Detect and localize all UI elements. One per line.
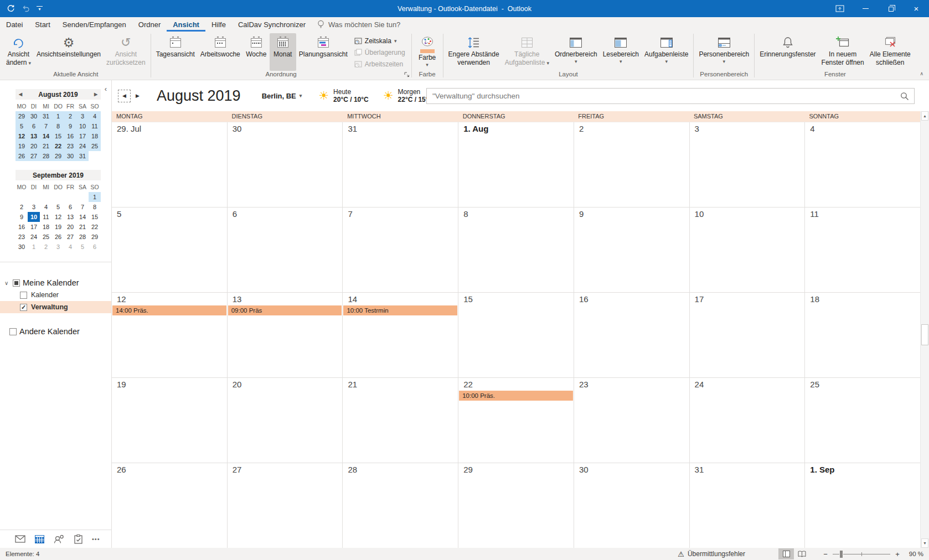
calendar-group-label[interactable]: Andere Kalender	[19, 327, 80, 336]
mini-day[interactable]: 2	[64, 111, 76, 121]
mini-day[interactable]: 21	[40, 141, 52, 151]
day-cell[interactable]: 4	[805, 122, 920, 207]
undo-icon[interactable]	[22, 4, 30, 13]
mini-day[interactable]: 9	[64, 121, 76, 131]
mini-day[interactable]: 22	[52, 141, 64, 151]
day-cell[interactable]: 31	[343, 122, 458, 207]
calendar-item-label[interactable]: Verwaltung	[31, 303, 68, 311]
day-cell[interactable]: 27	[228, 463, 343, 548]
day-cell[interactable]: 9	[574, 208, 690, 292]
previous-month-button[interactable]: ◀	[118, 90, 130, 102]
mini-day[interactable]: 4	[89, 111, 101, 121]
day-cell[interactable]: 7	[343, 208, 458, 292]
close-all-items-button[interactable]: Alle Elemente schließen	[867, 33, 913, 71]
restore-button[interactable]	[878, 0, 904, 17]
change-view-button[interactable]: Ansicht ändern▾	[3, 33, 34, 71]
menu-tab-ordner[interactable]: Ordner	[132, 17, 167, 32]
mini-day[interactable]: 3	[28, 202, 40, 212]
zoom-in-icon[interactable]: +	[895, 550, 900, 558]
mini-day-today[interactable]: 10	[28, 212, 40, 222]
mini-day[interactable]: 26	[52, 232, 64, 242]
weather-item[interactable]: ☀Morgen22°C / 15°C	[383, 88, 433, 103]
mini-day[interactable]: 29	[16, 111, 28, 121]
mini-day[interactable]: 15	[89, 212, 101, 222]
mini-day[interactable]: 2	[40, 242, 52, 252]
reminders-window-button[interactable]: Erinnerungsfenster	[757, 33, 818, 71]
mini-day[interactable]: 22	[89, 222, 101, 232]
mini-day[interactable]: 15	[52, 131, 64, 141]
day-view-button[interactable]: Tagesansicht	[153, 33, 198, 71]
mini-day[interactable]: 13	[64, 212, 76, 222]
vertical-scrollbar[interactable]: ▲ ▼	[920, 111, 929, 548]
mini-day[interactable]: 3	[76, 111, 89, 121]
day-cell[interactable]: 16	[574, 293, 690, 377]
day-cell[interactable]: 15	[458, 293, 574, 377]
normal-view-button[interactable]	[778, 548, 794, 559]
day-cell[interactable]: 29	[458, 463, 574, 548]
mini-day[interactable]: 14	[76, 212, 89, 222]
previous-month-icon[interactable]: ◀	[18, 92, 23, 97]
mini-day[interactable]: 5	[76, 242, 89, 252]
menu-tab-hilfe[interactable]: Hilfe	[205, 17, 232, 32]
menu-tab-ansicht[interactable]: Ansicht	[167, 17, 205, 32]
mini-day[interactable]: 31	[76, 151, 89, 161]
mini-day[interactable]: 5	[52, 202, 64, 212]
mini-day[interactable]: 20	[64, 222, 76, 232]
weather-location[interactable]: Berlin, BE ▾	[262, 92, 302, 100]
mini-day[interactable]: 14	[40, 131, 52, 141]
day-cell[interactable]: 29. Jul	[112, 122, 228, 207]
zoom-slider[interactable]	[833, 554, 890, 554]
mini-day[interactable]: 27	[28, 151, 40, 161]
calendar-event[interactable]: 09:00 Präs	[228, 305, 342, 315]
mini-day[interactable]: 6	[89, 242, 101, 252]
day-cell[interactable]: 11	[805, 208, 920, 292]
group-checkbox-unchecked[interactable]	[9, 328, 17, 335]
customize-qat-icon[interactable]: ▾	[37, 6, 43, 12]
calendar-checkbox-unchecked[interactable]	[20, 292, 27, 299]
mini-day[interactable]: 24	[28, 232, 40, 242]
mini-day[interactable]: 16	[16, 222, 28, 232]
next-month-icon[interactable]: ▶	[93, 92, 99, 97]
day-cell[interactable]: 28	[343, 463, 458, 548]
weather-item[interactable]: ☀Heute20°C / 10°C	[318, 88, 368, 103]
next-month-button[interactable]: ▶	[132, 90, 143, 102]
menu-tab-caldav-synchronizer[interactable]: CalDav Synchronizer	[232, 17, 312, 32]
mini-day[interactable]: 19	[16, 141, 28, 151]
calendar-event[interactable]: 10:00 Testrmin	[343, 305, 457, 315]
mini-day[interactable]: 30	[16, 242, 28, 252]
scroll-up-icon[interactable]: ▲	[921, 111, 928, 121]
scroll-down-icon[interactable]: ▼	[921, 538, 928, 548]
month-view-button[interactable]: Monat	[270, 33, 296, 71]
day-cell[interactable]: 19	[112, 378, 228, 463]
zoom-slider-thumb[interactable]	[839, 550, 843, 558]
day-cell[interactable]: 23	[574, 378, 690, 463]
mini-day[interactable]: 26	[16, 151, 28, 161]
day-cell[interactable]: 17	[690, 293, 806, 377]
people-pane-button[interactable]: Personenbereich ▾	[696, 33, 752, 71]
scrollbar-thumb[interactable]	[921, 324, 928, 345]
menu-tab-senden-empfangen[interactable]: Senden/Empfangen	[56, 17, 132, 32]
mini-day[interactable]: 25	[89, 141, 101, 151]
dialog-launcher-icon[interactable]	[404, 72, 410, 77]
group-checkbox-mixed[interactable]	[13, 279, 20, 287]
open-new-window-button[interactable]: In neuem Fenster öffnen	[819, 33, 867, 71]
day-cell[interactable]: 1214:00 Präs.	[112, 293, 228, 377]
search-icon[interactable]	[895, 92, 914, 101]
day-cell[interactable]: 26	[112, 463, 228, 548]
mini-day[interactable]: 24	[76, 141, 89, 151]
reading-pane-button[interactable]: Lesebereich ▾	[600, 33, 642, 71]
mini-day[interactable]: 23	[64, 141, 76, 151]
mini-day[interactable]: 3	[52, 242, 64, 252]
mini-day[interactable]: 12	[52, 212, 64, 222]
day-cell[interactable]: 8	[458, 208, 574, 292]
location-label[interactable]: Berlin, BE	[262, 92, 296, 100]
mini-day[interactable]: 4	[64, 242, 76, 252]
calendar-event[interactable]: 10:00 Präs.	[459, 391, 573, 401]
mini-day[interactable]: 20	[28, 141, 40, 151]
people-icon[interactable]	[54, 535, 65, 543]
day-cell[interactable]: 24	[690, 378, 806, 463]
mini-day[interactable]: 6	[28, 121, 40, 131]
mini-day[interactable]: 11	[40, 212, 52, 222]
mini-day[interactable]: 19	[52, 222, 64, 232]
ribbon-display-options-button[interactable]	[827, 0, 853, 17]
